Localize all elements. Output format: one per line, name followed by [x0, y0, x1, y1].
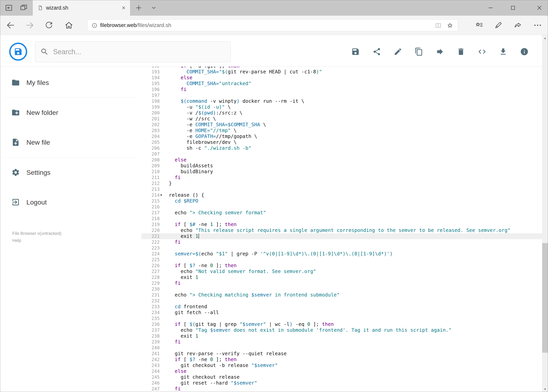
- forward-button[interactable]: [25, 21, 34, 30]
- address-bar[interactable]: filebrowser.web/files/wizard.sh: [87, 20, 458, 31]
- line-number: 231: [141, 292, 160, 298]
- reading-view-icon[interactable]: [435, 22, 442, 29]
- line-number: 243: [141, 363, 160, 368]
- hub-favorites-button[interactable]: [475, 21, 484, 30]
- code-text: exit 1: [169, 333, 542, 339]
- code-text: [169, 315, 542, 321]
- copy-button[interactable]: [413, 45, 425, 58]
- download-button[interactable]: [497, 45, 509, 58]
- fold-gutter: [160, 263, 169, 268]
- code-text: [169, 92, 542, 98]
- page-scrollbar[interactable]: ▲ ▼: [542, 35, 548, 392]
- fold-marker-icon[interactable]: ▾: [160, 192, 169, 198]
- code-text: -v /$(pwd):/src:z \: [169, 110, 542, 116]
- code-text: echo "> Checking semver format": [169, 210, 542, 216]
- code-text: COMMIT_SHA="untracked": [169, 81, 542, 86]
- search-box[interactable]: [35, 41, 231, 62]
- minimize-icon: [487, 5, 494, 11]
- window-maximize-button[interactable]: [507, 0, 519, 16]
- close-icon: [536, 5, 543, 11]
- code-line: 246 git reset --hard "$semver": [141, 380, 542, 386]
- code-text: }: [169, 181, 542, 186]
- code-line: 192 if [ -d .git ]; then: [141, 67, 542, 69]
- web-notes-button[interactable]: [494, 21, 503, 30]
- tabs-set-aside-button[interactable]: [4, 3, 13, 12]
- fold-gutter: [160, 92, 169, 98]
- delete-button[interactable]: [455, 45, 467, 58]
- code-text: [169, 151, 542, 157]
- line-number: 239: [141, 339, 160, 345]
- fold-gutter: [160, 351, 169, 357]
- line-number: 219: [141, 222, 160, 227]
- code-line: 232: [141, 298, 542, 304]
- file-info-button[interactable]: [518, 45, 531, 58]
- line-number: 220: [141, 227, 160, 233]
- line-number: 212: [141, 181, 160, 186]
- rename-button[interactable]: [392, 45, 404, 58]
- share-file-button[interactable]: [371, 45, 383, 58]
- code-text: fi: [169, 386, 542, 392]
- code-text: sh -c "./wizard.sh -b": [169, 145, 542, 151]
- browser-tab[interactable]: wizard.sh: [33, 0, 130, 16]
- share-button[interactable]: [513, 21, 523, 30]
- add-favorite-star-icon[interactable]: [447, 22, 453, 29]
- code-text: [169, 204, 542, 210]
- settings-more-button[interactable]: [533, 21, 542, 30]
- fold-gutter: [160, 204, 169, 210]
- tabs-preview-button[interactable]: [19, 3, 28, 12]
- search-input[interactable]: [53, 48, 230, 56]
- code-line: 240: [141, 345, 542, 351]
- line-number: 205: [141, 139, 160, 145]
- sidebar-item-logout[interactable]: Logout: [0, 193, 141, 211]
- tab-list-dropdown-button[interactable]: [149, 3, 158, 12]
- code-line: 217 echo "> Checking semver format": [141, 210, 542, 216]
- code-text: if [ $# -ne 1 ]; then: [169, 222, 542, 227]
- sidebar-item-label: Logout: [26, 198, 47, 206]
- scroll-down-arrow[interactable]: ▼: [542, 386, 548, 392]
- code-text: else: [169, 75, 542, 81]
- code-line: 224 semver=$(echo "$1" | grep -P '^v(0|[…: [141, 251, 542, 257]
- code-line: 245 git checkout release: [141, 374, 542, 380]
- line-number: 234: [141, 310, 160, 315]
- copy-icon: [415, 47, 423, 56]
- code-editor[interactable]: 192 if [ -d .git ]; then193 COMMIT_SHA="…: [141, 67, 542, 392]
- line-number: 198: [141, 98, 160, 104]
- sidebar-item-new-folder[interactable]: New folder: [0, 103, 141, 122]
- fold-gutter: [160, 363, 169, 368]
- window-close-button[interactable]: [531, 0, 548, 16]
- home-button[interactable]: [64, 21, 73, 30]
- code-line: 225: [141, 257, 542, 263]
- fold-gutter: [160, 321, 169, 327]
- filebrowser-logo[interactable]: [9, 43, 27, 61]
- sidebar-item-my-files[interactable]: My files: [0, 73, 141, 92]
- save-button[interactable]: [349, 45, 362, 58]
- tab-close-button[interactable]: [120, 5, 127, 11]
- new-tab-button[interactable]: [134, 3, 143, 12]
- line-number: 203: [141, 128, 160, 133]
- refresh-button[interactable]: [44, 21, 53, 30]
- scroll-up-arrow[interactable]: ▲: [542, 35, 548, 41]
- ink-pen-icon: [494, 21, 503, 29]
- fold-gutter: [160, 163, 169, 169]
- sidebar-item-settings[interactable]: Settings: [0, 163, 141, 182]
- code-line: 211 fi: [141, 175, 542, 181]
- scrollbar-thumb[interactable]: [542, 243, 548, 353]
- share-icon: [373, 47, 381, 56]
- line-number: 194: [141, 75, 160, 81]
- help-link[interactable]: Help: [12, 238, 62, 244]
- line-number: 223: [141, 245, 160, 251]
- fold-gutter: [160, 116, 169, 122]
- code-line: 219 if [ $# -ne 1 ]; then: [141, 222, 542, 227]
- move-button[interactable]: [434, 45, 446, 58]
- site-info-icon: [91, 22, 97, 28]
- code-text: [169, 245, 542, 251]
- code-line: 193 COMMIT_SHA="$(git rev-parse HEAD | c…: [141, 69, 542, 75]
- raw-code-button[interactable]: [476, 45, 488, 58]
- share-arrow-icon: [514, 21, 522, 29]
- code-line: 231 echo "> Checking matching $semver in…: [141, 292, 542, 298]
- window-minimize-button[interactable]: [484, 0, 497, 16]
- back-button[interactable]: [6, 21, 15, 30]
- sidebar-item-new-file[interactable]: New file: [0, 133, 141, 152]
- line-number: 216: [141, 204, 160, 210]
- line-number: 224: [141, 251, 160, 257]
